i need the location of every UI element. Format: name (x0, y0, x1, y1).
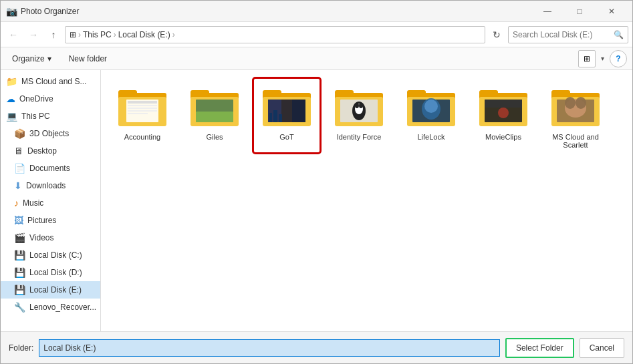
breadcrumb[interactable]: ⊞ › This PC › Local Disk (E:) › (65, 26, 485, 43)
folder-lifelock-icon (406, 85, 457, 128)
view-button[interactable]: ⊞ (578, 50, 596, 67)
folder-ms-cloud-scarlett[interactable]: MS Cloud and Scarlett (542, 78, 609, 153)
folder-identity-force[interactable]: Identity Force (326, 78, 392, 153)
organize-button[interactable]: Organize ▾ (6, 50, 57, 67)
svg-rect-10 (191, 90, 209, 96)
folder-path-input[interactable] (39, 339, 500, 357)
address-bar: ← → ↑ ⊞ › This PC › Local Disk (E:) › ↻ … (1, 22, 632, 47)
sidebar-item-label: 3D Objects (29, 129, 69, 138)
svg-rect-38 (479, 90, 498, 96)
svg-rect-41 (485, 100, 522, 108)
folder-movieclips[interactable]: MovieClips (470, 78, 537, 153)
sidebar-item-lenovo[interactable]: 🔧 Lenovo_Recover... (1, 299, 100, 316)
folder-accounting-label: Accounting (124, 133, 160, 141)
svg-rect-6 (128, 108, 157, 109)
sidebar-item-documents[interactable]: 📄 Documents (1, 160, 100, 177)
sidebar-item-label: Downloads (26, 181, 66, 190)
svg-point-48 (565, 97, 576, 109)
folder-icon: 📁 (6, 76, 17, 87)
folder-ms-cloud-scarlett-label: MS Cloud and Scarlett (546, 133, 605, 149)
computer-icon: 💻 (6, 111, 17, 122)
title-bar: 📷 Photo Organizer — □ ✕ (1, 1, 632, 22)
svg-rect-32 (407, 90, 426, 96)
bottom-bar: Folder: Select Folder Cancel (1, 331, 632, 363)
sidebar-item-local-d[interactable]: 💾 Local Disk (D:) (1, 264, 100, 281)
sidebar-item-label: OneDrive (19, 94, 53, 104)
svg-rect-24 (335, 90, 354, 96)
music-icon: ♪ (14, 198, 19, 208)
folder-ms-cloud-scarlett-icon (550, 85, 601, 128)
sidebar-item-label: Local Disk (C:) (29, 250, 82, 260)
recovery-icon: 🔧 (14, 302, 25, 313)
folder-accounting[interactable]: Accounting (109, 78, 176, 153)
disk-icon: 💾 (14, 267, 25, 278)
svg-rect-7 (128, 110, 157, 112)
app-icon: 📷 (6, 6, 17, 17)
sidebar-item-local-c[interactable]: 💾 Local Disk (C:) (1, 246, 100, 264)
3d-icon: 📦 (14, 128, 25, 139)
forward-button[interactable]: → (25, 26, 42, 43)
downloads-icon: ⬇ (14, 180, 22, 191)
svg-rect-19 (292, 100, 305, 122)
disk-icon: 💾 (14, 250, 25, 260)
sidebar-item-downloads[interactable]: ⬇ Downloads (1, 177, 100, 194)
sidebar-item-this-pc[interactable]: 💻 This PC (1, 108, 100, 125)
up-button[interactable]: ↑ (45, 26, 62, 43)
sidebar-item-desktop[interactable]: 🖥 Desktop (1, 142, 100, 160)
breadcrumb-thispc: This PC (83, 30, 112, 39)
svg-point-36 (424, 100, 438, 113)
folder-accounting-icon (117, 85, 168, 128)
back-button[interactable]: ← (5, 26, 22, 43)
sidebar-item-label: Local Disk (E:) (29, 285, 82, 295)
view-dropdown-icon: ▾ (601, 55, 604, 62)
toolbar: Organize ▾ New folder ⊞ ▾ ? (1, 47, 632, 70)
sidebar-item-label: Documents (29, 164, 70, 173)
folder-got[interactable]: GoT (253, 78, 320, 153)
svg-rect-13 (196, 112, 233, 122)
refresh-button[interactable]: ↻ (488, 26, 505, 43)
breadcrumb-icon: ⊞ (70, 30, 76, 39)
folder-lifelock[interactable]: LifeLock (398, 78, 465, 153)
main-content: 📁 MS Cloud and S... ☁ OneDrive 💻 This PC… (1, 70, 632, 331)
svg-rect-44 (551, 90, 570, 96)
maximize-button[interactable]: □ (564, 2, 595, 21)
folder-field-label: Folder: (9, 343, 33, 353)
search-box: 🔍 (508, 26, 628, 43)
folder-giles-label: Giles (206, 133, 223, 141)
search-icon: 🔍 (614, 30, 624, 39)
new-folder-button[interactable]: New folder (63, 50, 113, 67)
desktop-icon: 🖥 (14, 146, 23, 156)
folder-identity-force-label: Identity Force (337, 133, 382, 141)
svg-rect-22 (279, 114, 282, 122)
folder-movieclips-label: MovieClips (485, 133, 521, 141)
help-button[interactable]: ? (610, 50, 627, 67)
sidebar-item-label: MS Cloud and S... (21, 77, 86, 86)
folder-giles[interactable]: Giles (181, 78, 248, 153)
close-button[interactable]: ✕ (596, 2, 627, 21)
sidebar-item-videos[interactable]: 🎬 Videos (1, 229, 100, 246)
file-area: Accounting Giles (101, 70, 632, 331)
cancel-button[interactable]: Cancel (580, 338, 624, 358)
svg-rect-8 (128, 113, 148, 114)
sidebar-item-music[interactable]: ♪ Music (1, 194, 100, 212)
sidebar-item-3d-objects[interactable]: 📦 3D Objects (1, 125, 100, 142)
search-input[interactable] (513, 30, 606, 39)
sidebar-item-local-e[interactable]: 💾 Local Disk (E:) (1, 281, 100, 299)
folder-lifelock-label: LifeLock (418, 133, 445, 141)
sidebar-item-onedrive[interactable]: ☁ OneDrive (1, 90, 100, 108)
window-controls: — □ ✕ (532, 2, 627, 21)
folder-got-icon (261, 85, 312, 128)
window-title: Photo Organizer (21, 7, 532, 16)
sidebar-item-label: Videos (29, 233, 53, 242)
svg-point-30 (359, 103, 363, 108)
sidebar-item-pictures[interactable]: 🖼 Pictures (1, 212, 100, 229)
sidebar-item-ms-cloud[interactable]: 📁 MS Cloud and S... (1, 73, 100, 90)
svg-rect-5 (128, 105, 157, 106)
svg-rect-21 (273, 110, 277, 122)
svg-point-29 (355, 103, 359, 108)
documents-icon: 📄 (14, 163, 25, 174)
folder-giles-icon (189, 85, 240, 128)
minimize-button[interactable]: — (532, 2, 563, 21)
sidebar-item-label: Lenovo_Recover... (29, 303, 96, 312)
select-folder-button[interactable]: Select Folder (505, 338, 574, 358)
